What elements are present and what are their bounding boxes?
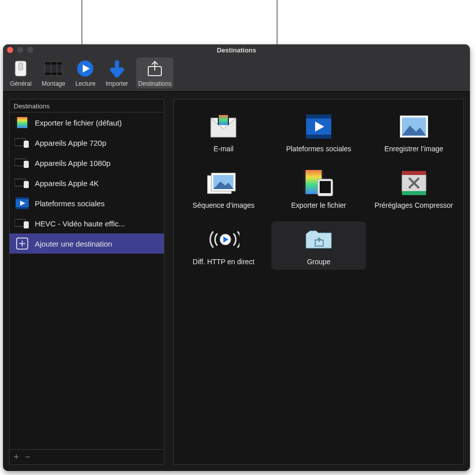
photo-icon <box>398 112 430 141</box>
template-save-image[interactable]: Enregistrer l’image <box>366 108 461 157</box>
switch-icon <box>11 58 31 79</box>
tab-destinations-label: Destinations <box>138 80 171 87</box>
dest-label: Plateformes sociales <box>35 199 104 208</box>
svg-rect-24 <box>24 221 29 228</box>
preferences-window: Destinations Général Montage Lecture I <box>3 44 470 471</box>
svg-rect-21 <box>16 207 29 209</box>
dest-apple-1080p[interactable]: Appareils Apple 1080p <box>10 153 164 173</box>
dest-apple-720p[interactable]: Appareils Apple 720p <box>10 133 164 153</box>
template-social[interactable]: Plateformes sociales <box>271 108 367 157</box>
template-export-file[interactable]: Exporter le fichier <box>271 165 367 213</box>
tab-general[interactable]: Général <box>8 57 34 88</box>
content-area: Destinations Exporter le fichier (défaut… <box>3 92 470 471</box>
svg-rect-49 <box>402 191 426 195</box>
plus-box-icon <box>15 238 30 250</box>
sidebar-footer: + − <box>10 449 164 464</box>
zoom-window-button[interactable] <box>27 47 33 53</box>
svg-rect-18 <box>24 181 29 188</box>
tab-importer[interactable]: Importer <box>103 57 130 88</box>
template-label: Plateformes sociales <box>286 145 351 153</box>
svg-rect-48 <box>402 171 426 175</box>
destinations-sidebar: Destinations Exporter le fichier (défaut… <box>9 99 164 465</box>
template-label: Groupe <box>307 258 331 266</box>
svg-rect-4 <box>45 73 62 75</box>
tab-lecture-label: Lecture <box>75 80 95 87</box>
svg-rect-34 <box>306 135 331 139</box>
destination-templates-panel: E-mail Plateformes sociales Enregistrer … <box>173 99 464 465</box>
template-email[interactable]: E-mail <box>176 108 271 157</box>
traffic-lights <box>7 47 33 53</box>
tab-lecture[interactable]: Lecture <box>73 57 97 88</box>
dest-label: Exporter le fichier (défaut) <box>35 118 122 127</box>
film-color-icon <box>15 116 30 129</box>
film-play-icon <box>303 112 335 141</box>
template-label: Séquence d’images <box>193 201 255 209</box>
sidebar-header: Destinations <box>10 99 164 112</box>
dest-apple-4k[interactable]: Appareils Apple 4K <box>10 173 164 193</box>
template-label: E-mail <box>213 145 233 153</box>
dest-hevc[interactable]: HEVC - Vidéo haute effic... <box>10 213 164 233</box>
svg-rect-3 <box>45 62 62 65</box>
add-destination-button[interactable]: + <box>14 452 19 462</box>
svg-rect-1 <box>19 63 23 70</box>
tab-montage[interactable]: Montage <box>40 57 68 88</box>
remove-destination-button[interactable]: − <box>25 452 31 462</box>
template-label: Enregistrer l’image <box>384 145 443 153</box>
template-compressor[interactable]: Préréglages Compressor <box>366 165 461 213</box>
film-icon <box>43 58 64 79</box>
devices-icon <box>15 217 30 229</box>
devices-icon <box>15 157 30 169</box>
template-group[interactable]: Groupe <box>271 221 367 270</box>
film-device-icon <box>303 169 335 197</box>
close-window-button[interactable] <box>7 47 13 53</box>
template-http-live[interactable]: Diff. HTTP en direct <box>176 221 271 270</box>
svg-rect-46 <box>320 181 331 193</box>
svg-rect-33 <box>306 114 331 118</box>
compressor-icon <box>398 169 430 197</box>
tab-destinations[interactable]: Destinations <box>136 57 173 88</box>
download-icon <box>107 58 127 79</box>
folder-share-icon <box>303 225 335 254</box>
template-label: Préréglages Compressor <box>375 201 453 209</box>
svg-rect-14 <box>24 141 29 148</box>
template-image-seq[interactable]: Séquence d’images <box>176 165 271 213</box>
template-label: Diff. HTTP en direct <box>193 258 254 266</box>
broadcast-icon <box>207 225 240 254</box>
template-label: Exporter le fichier <box>291 201 346 209</box>
dest-label: Appareils Apple 4K <box>35 179 99 188</box>
dest-social[interactable]: Plateformes sociales <box>10 193 164 213</box>
dest-export-default[interactable]: Exporter le fichier (défaut) <box>10 112 164 133</box>
play-icon <box>75 58 95 79</box>
film-play-icon <box>15 197 30 209</box>
destinations-list: Exporter le fichier (défaut) Appareils A… <box>10 112 164 449</box>
svg-rect-12 <box>17 117 27 128</box>
share-icon <box>145 58 165 79</box>
dest-label: Ajouter une destination <box>35 240 112 248</box>
dest-add-destination[interactable]: Ajouter une destination <box>10 233 164 254</box>
photo-stack-icon <box>207 169 240 197</box>
tab-montage-label: Montage <box>42 80 66 87</box>
svg-rect-16 <box>24 161 29 168</box>
devices-icon <box>15 177 30 189</box>
mail-icon <box>207 112 240 141</box>
dest-label: HEVC - Vidéo haute effic... <box>35 219 125 228</box>
minimize-window-button[interactable] <box>17 47 23 53</box>
window-title: Destinations <box>3 46 470 54</box>
svg-rect-20 <box>16 197 29 199</box>
devices-icon <box>15 137 30 149</box>
dest-label: Appareils Apple 1080p <box>35 159 110 167</box>
destination-grid: E-mail Plateformes sociales Enregistrer … <box>176 108 461 270</box>
titlebar: Destinations <box>3 44 470 55</box>
preferences-toolbar: Général Montage Lecture Importer Destina <box>3 55 470 92</box>
tab-general-label: Général <box>10 80 32 87</box>
tab-importer-label: Importer <box>105 80 128 87</box>
svg-rect-31 <box>219 115 228 125</box>
dest-label: Appareils Apple 720p <box>35 139 106 147</box>
